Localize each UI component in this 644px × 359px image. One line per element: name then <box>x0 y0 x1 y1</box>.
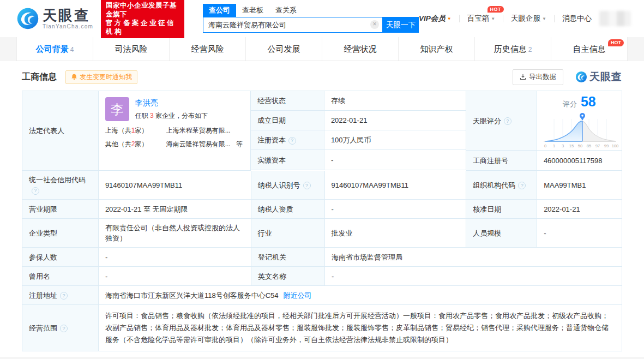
field-label-english-name: 英文名称 <box>251 267 325 286</box>
clear-search-icon[interactable]: × <box>370 20 379 29</box>
field-label-operating-status: 经营状态 <box>251 91 324 111</box>
top-header: 天眼查 TianYanCha.com 国家中小企业发展子基金旗下 官方备案企业征… <box>0 0 644 37</box>
field-label-staff-size: 人员规模 <box>466 219 537 248</box>
field-label-approval-date: 核准日期 <box>466 200 537 219</box>
nav-tabs: 公司背景4 司法风险 经营风险 公司发展 经营状况 知识产权 历史信息2 自主信… <box>16 37 628 61</box>
menu-divider <box>503 15 503 22</box>
field-value-registered-capital: 100万人民币 <box>324 130 466 150</box>
tab-self-info[interactable]: 自主信息HOT <box>551 37 628 61</box>
svg-text:50: 50 <box>578 143 582 148</box>
field-value-taxpayer-id: 91460107MAA99TMB11 <box>325 171 467 200</box>
search-input[interactable] <box>203 17 382 32</box>
watermark-text: 天眼查 <box>589 70 622 84</box>
tab-company-development[interactable]: 公司发展 <box>246 37 322 61</box>
treasure-box-menu[interactable]: HOT 百宝箱▼ <box>467 14 495 23</box>
help-icon[interactable]: ? <box>518 182 526 189</box>
field-label-establish-date: 成立日期 <box>251 111 324 130</box>
menu-divider <box>554 15 555 22</box>
help-icon[interactable]: ? <box>32 187 39 195</box>
tab-label: 历史信息 <box>494 44 527 53</box>
field-value-insured-count: - <box>99 248 251 267</box>
tab-label: 经营风险 <box>191 44 224 53</box>
field-value-business-term: 2022-01-21 至 无固定期限 <box>99 200 251 219</box>
field-label-legal-representative: 法定代表人 <box>22 91 99 171</box>
chevron-down-icon: ▼ <box>491 16 495 21</box>
tab-operating-status[interactable]: 经营状况 <box>322 37 399 61</box>
field-label-registration-authority: 登记机关 <box>251 248 325 267</box>
address-text: 海南省海口市江东新区兴洋大道118号创客服务中心C54 <box>105 290 279 301</box>
field-label-paid-capital: 实缴资本 <box>251 150 324 170</box>
nearby-companies-link[interactable]: 附近公司 <box>284 290 312 301</box>
field-value-staff-size: - <box>537 219 622 248</box>
search-button[interactable]: 天眼一下 <box>383 17 419 33</box>
top-menu: VIP会员▼ HOT 百宝箱▼ 天眼企服▼ 消息中心 <box>419 11 631 26</box>
tab-intellectual-property[interactable]: 知识产权 <box>399 37 475 61</box>
search-tabs: 查公司 查老板 查关系 <box>203 4 419 17</box>
search-tab-company[interactable]: 查公司 <box>203 4 236 17</box>
legal-representative-link[interactable]: 李洪亮 <box>135 98 158 107</box>
tianyan-score-chart[interactable]: 评分 58 <box>537 91 622 151</box>
field-value-org-code: MAA99TMB1 <box>537 171 622 200</box>
svg-text:1: 1 <box>553 143 555 148</box>
enterprise-service-menu[interactable]: 天眼企服▼ <box>511 14 546 23</box>
field-label-org-code: 组织机构代码? <box>466 171 537 200</box>
rep-company-link[interactable]: 海南云隆祥贸易有限... <box>166 140 231 148</box>
avatar[interactable]: 李 <box>105 97 129 121</box>
tab-label: 公司发展 <box>268 44 300 53</box>
export-data-button[interactable]: 导出数据 <box>513 69 563 85</box>
svg-text:0: 0 <box>544 143 546 148</box>
vip-label: VIP会员 <box>419 14 446 22</box>
help-icon[interactable]: ? <box>60 325 68 332</box>
menu-divider <box>459 15 460 22</box>
tianyancha-logo[interactable]: 天眼查 TianYanCha.com <box>16 7 93 30</box>
svg-text:85: 85 <box>587 143 591 148</box>
download-icon <box>520 74 526 80</box>
rep-region: 其他（共2家） <box>105 140 166 148</box>
rep-more-label: 等 <box>236 140 243 148</box>
section-title: 工商信息 <box>22 71 57 83</box>
help-icon[interactable]: ? <box>60 292 68 300</box>
tab-judicial-risk[interactable]: 司法风险 <box>93 37 170 61</box>
score-distribution-curve: 0 1 3 15 50 85 97 99 100 <box>538 110 620 149</box>
user-avatar-blurred[interactable] <box>599 11 631 26</box>
vip-menu[interactable]: VIP会员▼ <box>419 14 452 23</box>
tab-company-background[interactable]: 公司背景4 <box>16 37 93 61</box>
field-label-registered-address: 注册地址? <box>22 286 99 305</box>
help-icon[interactable]: ? <box>288 137 296 145</box>
tab-label: 经营状况 <box>344 44 377 53</box>
hot-badge: HOT <box>608 39 624 46</box>
tab-label: 知识产权 <box>420 44 453 53</box>
rep-summary: 任职 3 家企业，分布如下 <box>135 111 208 121</box>
field-label-credit-code: 统一社会信用代码? <box>22 171 99 200</box>
notify-on-change-button[interactable]: 发生变更时通知我 <box>65 70 137 84</box>
help-icon[interactable]: ? <box>504 117 511 125</box>
gov-certification-badge: 国家中小企业发展子基金旗下 官方备案企业征信机构 <box>101 0 184 38</box>
rep-company-link[interactable]: 上海米程莱贸易有限... <box>166 126 231 135</box>
field-value-taxpayer-qualification: - <box>325 200 467 219</box>
search-area: 查公司 查老板 查关系 × 天眼一下 <box>203 4 419 33</box>
logo-subtitle: TianYanCha.com <box>43 23 93 29</box>
tab-label: 自主信息 <box>573 44 606 53</box>
field-label-taxpayer-id: 纳税人识别号? <box>251 171 325 200</box>
badge-line-1: 国家中小企业发展子基金旗下 <box>106 1 179 19</box>
field-value-english-name: - <box>325 267 622 286</box>
tab-history-info[interactable]: 历史信息2 <box>475 37 551 61</box>
rep-summary-suffix: 家企业，分布如下 <box>155 112 208 119</box>
message-center-menu[interactable]: 消息中心 <box>562 14 592 23</box>
enterprise-service-label: 天眼企服 <box>511 14 540 22</box>
rep-summary-prefix: 任职 <box>135 112 148 119</box>
help-icon[interactable]: ? <box>303 182 311 189</box>
svg-text:97: 97 <box>595 143 600 148</box>
svg-text:15: 15 <box>569 143 574 148</box>
chevron-down-icon: ▼ <box>447 16 452 21</box>
field-label-industry: 行业 <box>251 219 325 248</box>
field-label-former-name: 曾用名 <box>22 267 99 286</box>
tab-count: 4 <box>70 46 74 53</box>
watermark-logo: 天眼查 <box>575 70 622 84</box>
tab-operating-risk[interactable]: 经营风险 <box>170 37 246 61</box>
field-label-tianyan-score: 天眼评分? <box>466 91 537 151</box>
field-value-former-name: - <box>99 267 251 286</box>
search-tab-boss[interactable]: 查老板 <box>236 4 269 17</box>
score-value: 58 <box>581 94 596 109</box>
search-tab-relation[interactable]: 查关系 <box>269 4 303 17</box>
